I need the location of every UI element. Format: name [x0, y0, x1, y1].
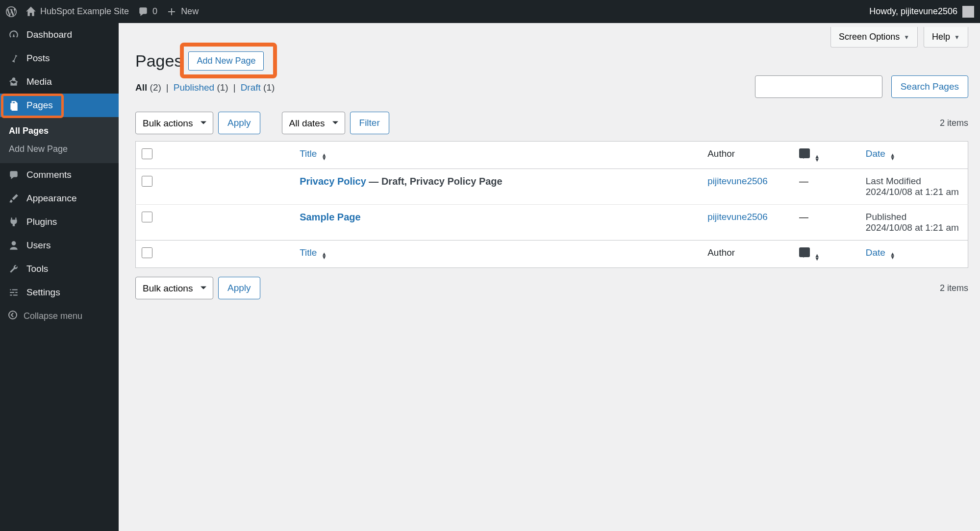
page-icon	[8, 99, 20, 111]
sort-icon: ▲▼	[890, 153, 895, 160]
user-icon	[8, 240, 20, 251]
main-content: Screen Options▼ Help▼ Pages Add New Page…	[119, 23, 980, 531]
sidebar-item-label: Users	[26, 240, 51, 251]
author-link[interactable]: pijitevune2506	[707, 212, 768, 222]
sidebar-submenu: All Pages Add New Page	[0, 117, 119, 163]
row-checkbox[interactable]	[142, 212, 152, 222]
sidebar-item-pages[interactable]: Pages	[0, 94, 119, 117]
home-icon	[25, 6, 36, 17]
date-cell: Last Modified2024/10/08 at 1:21 am	[860, 169, 968, 205]
apply-button[interactable]: Apply	[218, 112, 260, 134]
table-row: Privacy Policy — Draft, Privacy Policy P…	[136, 169, 968, 205]
search-pages-button[interactable]: Search Pages	[891, 75, 968, 98]
sort-icon: ▲▼	[814, 155, 820, 162]
date-cell: Published2024/10/08 at 1:21 am	[860, 205, 968, 241]
site-name: HubSpot Example Site	[40, 6, 129, 17]
account-link[interactable]: Howdy, pijitevune2506	[869, 6, 974, 18]
page-title-link[interactable]: Sample Page	[300, 212, 361, 222]
collapse-label: Collapse menu	[24, 311, 82, 321]
filter-button[interactable]: Filter	[350, 112, 389, 134]
sidebar-item-comments[interactable]: Comments	[0, 163, 119, 187]
select-all-checkbox-bottom[interactable]	[142, 247, 152, 258]
sort-icon: ▲▼	[322, 153, 327, 160]
submenu-add-new-page[interactable]: Add New Page	[0, 140, 119, 158]
sidebar-item-label: Pages	[26, 100, 53, 111]
comments-link[interactable]: 0	[138, 6, 157, 17]
wrench-icon	[8, 263, 20, 275]
sidebar-item-dashboard[interactable]: Dashboard	[0, 23, 119, 47]
sidebar-item-label: Dashboard	[26, 29, 72, 40]
page-title-link[interactable]: Privacy Policy	[300, 176, 366, 187]
filter-draft-link[interactable]: Draft	[241, 82, 261, 93]
avatar-icon	[962, 6, 974, 18]
sidebar-item-label: Comments	[26, 169, 72, 180]
collapse-icon	[8, 310, 18, 322]
sidebar-item-label: Plugins	[26, 217, 57, 227]
column-title[interactable]: Title ▲▼	[294, 142, 702, 169]
sidebar-item-media[interactable]: Media	[0, 70, 119, 94]
sidebar-item-tools[interactable]: Tools	[0, 257, 119, 281]
items-count: 2 items	[940, 118, 968, 128]
sidebar-item-label: Appearance	[26, 193, 76, 204]
filter-all-link[interactable]: All	[135, 82, 147, 93]
submenu-all-pages[interactable]: All Pages	[0, 122, 119, 140]
sidebar-item-label: Settings	[26, 287, 60, 298]
wp-logo[interactable]	[6, 6, 17, 17]
bulk-actions-select[interactable]: Bulk actions	[135, 112, 213, 134]
chevron-down-icon: ▼	[904, 34, 909, 41]
add-new-page-button[interactable]: Add New Page	[188, 51, 264, 71]
pin-icon	[8, 52, 20, 64]
admin-sidebar: Dashboard Posts Media Pages All Pages Ad…	[0, 23, 119, 531]
new-link[interactable]: New	[166, 6, 199, 17]
column-date[interactable]: Date ▲▼	[860, 241, 968, 268]
sidebar-item-label: Posts	[26, 53, 50, 64]
dashboard-icon	[8, 29, 20, 41]
page-status-suffix: — Draft, Privacy Policy Page	[366, 176, 503, 187]
column-comments[interactable]: ▲▼	[793, 241, 860, 268]
author-link[interactable]: pijitevune2506	[707, 176, 768, 186]
collapse-menu-button[interactable]: Collapse menu	[0, 304, 119, 328]
sort-icon: ▲▼	[890, 252, 895, 259]
svg-point-0	[9, 311, 17, 319]
column-comments[interactable]: ▲▼	[793, 142, 860, 169]
comment-bubble-icon	[799, 148, 810, 158]
sidebar-item-plugins[interactable]: Plugins	[0, 210, 119, 234]
select-all-checkbox[interactable]	[142, 148, 152, 159]
wordpress-icon	[6, 6, 17, 17]
table-row: Sample Page pijitevune2506 — Published20…	[136, 205, 968, 241]
howdy-text: Howdy, pijitevune2506	[869, 6, 957, 17]
date-filter-select[interactable]: All dates	[282, 112, 345, 134]
pages-table: Title ▲▼ Author ▲▼ Date ▲▼ Privacy Polic…	[135, 141, 968, 268]
comment-bubble-icon	[799, 247, 810, 257]
help-button[interactable]: Help▼	[924, 27, 968, 48]
site-link[interactable]: HubSpot Example Site	[25, 6, 129, 17]
column-author: Author	[702, 142, 793, 169]
column-title[interactable]: Title ▲▼	[294, 241, 702, 268]
comments-count: 0	[152, 6, 157, 17]
sidebar-item-appearance[interactable]: Appearance	[0, 187, 119, 210]
filter-published-link[interactable]: Published	[174, 82, 214, 93]
admin-bar: HubSpot Example Site 0 New Howdy, pijite…	[0, 0, 980, 23]
new-label: New	[181, 6, 199, 17]
page-title: Pages	[135, 51, 182, 71]
apply-button-bottom[interactable]: Apply	[218, 277, 260, 299]
sidebar-item-label: Media	[26, 76, 52, 87]
screen-options-button[interactable]: Screen Options▼	[830, 27, 918, 48]
brush-icon	[8, 193, 20, 204]
bulk-actions-select-bottom[interactable]: Bulk actions	[135, 277, 213, 299]
search-input[interactable]	[755, 75, 882, 98]
sidebar-item-label: Tools	[26, 264, 48, 274]
comments-cell: —	[793, 169, 860, 205]
sidebar-item-posts[interactable]: Posts	[0, 47, 119, 70]
column-date[interactable]: Date ▲▼	[860, 142, 968, 169]
sort-icon: ▲▼	[322, 252, 327, 259]
sliders-icon	[8, 287, 20, 298]
comments-cell: —	[793, 205, 860, 241]
sidebar-item-settings[interactable]: Settings	[0, 281, 119, 304]
media-icon	[8, 76, 20, 88]
plus-icon	[166, 6, 177, 17]
row-checkbox[interactable]	[142, 176, 152, 187]
items-count-bottom: 2 items	[940, 283, 968, 293]
column-author: Author	[702, 241, 793, 268]
sidebar-item-users[interactable]: Users	[0, 234, 119, 257]
